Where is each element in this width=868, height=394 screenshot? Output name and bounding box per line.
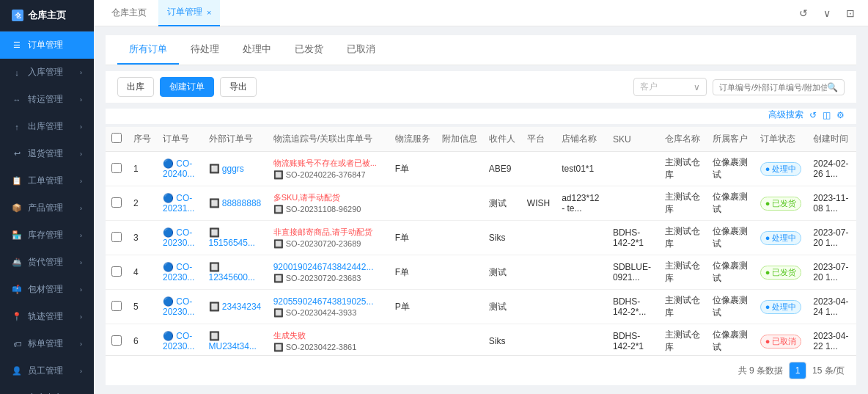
filter-tab-shipped[interactable]: 已发货 bbox=[283, 35, 335, 65]
row-logistics[interactable]: 9205590246743819025... 🔲 SO-20230424-393… bbox=[268, 290, 389, 324]
current-page-btn[interactable]: 1 bbox=[789, 362, 806, 379]
row-shop: test01*1 bbox=[556, 152, 607, 186]
row-order-no[interactable]: 🔵 CO-20230... bbox=[157, 290, 203, 324]
row-receiver: 测试 bbox=[483, 290, 521, 324]
row-logistics-service: P单 bbox=[389, 290, 436, 324]
outbound-button[interactable]: 出库 bbox=[117, 77, 154, 97]
topbar-home-tab[interactable]: 仓库主页 bbox=[103, 0, 155, 26]
order-search-box: 🔍 bbox=[713, 79, 845, 95]
sidebar-item-workorder[interactable]: 📋 工单管理 › bbox=[0, 167, 94, 194]
filter-tab-all[interactable]: 所有订单 bbox=[117, 35, 179, 65]
settings-icon[interactable]: ⚙ bbox=[836, 110, 845, 120]
sidebar-item-track[interactable]: 📍 轨迹管理 › bbox=[0, 303, 94, 330]
filter-tab-cancelled[interactable]: 已取消 bbox=[335, 35, 387, 65]
row-extra-info bbox=[436, 221, 483, 255]
sidebar-item-outbound[interactable]: ↑ 出库管理 › bbox=[0, 113, 94, 140]
order-search-input[interactable] bbox=[719, 83, 827, 92]
sidebar-icon-inbound: ↓ bbox=[12, 68, 22, 78]
sidebar-item-packing[interactable]: 📫 包材管理 › bbox=[0, 276, 94, 303]
row-checkbox[interactable] bbox=[106, 221, 128, 255]
toolbar-right: 客户 ∨ 🔍 bbox=[633, 78, 845, 96]
search-icon[interactable]: 🔍 bbox=[827, 82, 838, 92]
row-checkbox[interactable] bbox=[106, 324, 128, 356]
row-logistics[interactable]: 9200190246743842442... 🔲 SO-20230720-236… bbox=[268, 255, 389, 290]
sidebar-item-orders[interactable]: ☰ 订单管理 bbox=[0, 32, 94, 59]
row-shop bbox=[556, 221, 607, 255]
filter-tab-pending[interactable]: 待处理 bbox=[179, 35, 231, 65]
sidebar-label-label: 标单管理 bbox=[28, 338, 63, 350]
row-checkbox[interactable] bbox=[106, 186, 128, 221]
row-platform bbox=[521, 221, 556, 255]
select-all-checkbox[interactable] bbox=[111, 133, 122, 143]
create-order-button[interactable]: 创建订单 bbox=[160, 77, 214, 97]
sidebar-label-workorder: 工单管理 bbox=[28, 175, 63, 187]
row-index: 2 bbox=[128, 186, 157, 221]
customer-select[interactable]: 客户 ∨ bbox=[633, 78, 707, 96]
table-col-0: 序号 bbox=[128, 127, 157, 152]
advanced-search-label[interactable]: 高级搜索 bbox=[768, 109, 803, 121]
status-badge: ● 已取消 bbox=[760, 335, 802, 349]
sidebar-logo[interactable]: 仓 仓库主页 bbox=[0, 0, 94, 32]
close-icon[interactable]: × bbox=[207, 8, 211, 17]
row-ext-order[interactable]: 🔲 gggrs bbox=[203, 152, 268, 186]
row-logistics[interactable]: 多SKU,请手动配货 🔲 SO-20231108-96290 bbox=[268, 186, 389, 221]
sidebar-item-customer[interactable]: 👥 客户中心 bbox=[0, 384, 94, 394]
export-button[interactable]: 导出 bbox=[220, 77, 257, 97]
row-order-no[interactable]: 🔵 CO-20230... bbox=[157, 221, 203, 255]
sidebar-item-staff[interactable]: 👤 员工管理 › bbox=[0, 357, 94, 384]
sidebar-icon-transfer: ↔ bbox=[12, 95, 22, 105]
refresh-icon[interactable]: ↺ bbox=[795, 4, 812, 22]
chevron-icon: › bbox=[80, 232, 82, 239]
row-logistics[interactable]: 生成失败 🔲 SO-20230422-3861 bbox=[268, 324, 389, 356]
row-warehouse: 主测试仓库 bbox=[659, 221, 707, 255]
table-col-12: 订单状态 bbox=[754, 127, 808, 152]
row-warehouse: 主测试仓库 bbox=[659, 290, 707, 324]
row-customer: 位像裹测试 bbox=[707, 324, 754, 356]
row-checkbox[interactable] bbox=[106, 255, 128, 290]
sidebar-label-track: 轨迹管理 bbox=[28, 310, 63, 323]
column-icon[interactable]: ◫ bbox=[823, 110, 831, 120]
per-page-label[interactable]: 15 条/页 bbox=[812, 365, 845, 377]
sidebar-item-transfer[interactable]: ↔ 转运管理 › bbox=[0, 86, 94, 113]
table-col-11: 所属客户 bbox=[707, 127, 754, 152]
filter-tab-processing[interactable]: 处理中 bbox=[231, 35, 283, 65]
filter-tabs: 所有订单待处理处理中已发货已取消 bbox=[106, 35, 856, 65]
row-receiver: 测试 bbox=[483, 255, 521, 290]
row-logistics[interactable]: 物流账账号不存在或者已被... 🔲 SO-20240226-376847 bbox=[268, 152, 389, 186]
sidebar-item-inventory[interactable]: 🏪 库存管理 › bbox=[0, 222, 94, 249]
row-ext-order[interactable]: 🔲 88888888 bbox=[203, 186, 268, 221]
layout-icon[interactable]: ⊡ bbox=[842, 4, 859, 22]
row-platform: WISH bbox=[521, 186, 556, 221]
row-shop bbox=[556, 290, 607, 324]
row-order-no[interactable]: 🔵 CO-20231... bbox=[157, 186, 203, 221]
row-checkbox[interactable] bbox=[106, 152, 128, 186]
sidebar-item-product[interactable]: 📦 产品管理 › bbox=[0, 194, 94, 222]
row-status: ● 已发货 bbox=[754, 186, 808, 221]
sidebar-icon-outbound: ↑ bbox=[12, 122, 22, 132]
table-col-6: 收件人 bbox=[483, 127, 521, 152]
row-platform bbox=[521, 324, 556, 356]
row-logistics-service: F单 bbox=[389, 221, 436, 255]
row-ext-order[interactable]: 🔲 23434234 bbox=[203, 290, 268, 324]
row-ext-order[interactable]: 🔲 12345600... bbox=[203, 255, 268, 290]
sidebar-item-agent[interactable]: 🚢 货代管理 › bbox=[0, 249, 94, 276]
row-ext-order[interactable]: 🔲 MU234t34... bbox=[203, 324, 268, 356]
table-col-7: 平台 bbox=[521, 127, 556, 152]
row-logistics-service: F单 bbox=[389, 152, 436, 186]
status-badge: ● 处理中 bbox=[760, 300, 802, 314]
row-ext-order[interactable]: 🔲 15156545... bbox=[203, 221, 268, 255]
sidebar-logo-text: 仓库主页 bbox=[28, 9, 66, 22]
sidebar-item-inbound[interactable]: ↓ 入库管理 › bbox=[0, 59, 94, 86]
row-order-no[interactable]: 🔵 CO-20230... bbox=[157, 255, 203, 290]
sidebar-item-returns[interactable]: ↩ 退货管理 › bbox=[0, 140, 94, 167]
chevron-down-icon[interactable]: ∨ bbox=[818, 4, 836, 22]
row-order-no[interactable]: 🔵 CO-20240... bbox=[157, 152, 203, 186]
row-order-no[interactable]: 🔵 CO-20230... bbox=[157, 324, 203, 356]
row-checkbox[interactable] bbox=[106, 290, 128, 324]
topbar-orders-tab[interactable]: 订单管理 × bbox=[158, 0, 220, 26]
sidebar-item-label[interactable]: 🏷 标单管理 › bbox=[0, 330, 94, 357]
refresh-adv-icon[interactable]: ↺ bbox=[809, 110, 817, 120]
row-logistics[interactable]: 非直接邮寄商品,请手动配货 🔲 SO-20230720-23689 bbox=[268, 221, 389, 255]
row-warehouse: 主测试仓库 bbox=[659, 255, 707, 290]
orders-table-wrap: 序号订单号外部订单号物流追踪号/关联出库单号物流服务附加信息收件人平台店铺名称S… bbox=[106, 127, 856, 355]
